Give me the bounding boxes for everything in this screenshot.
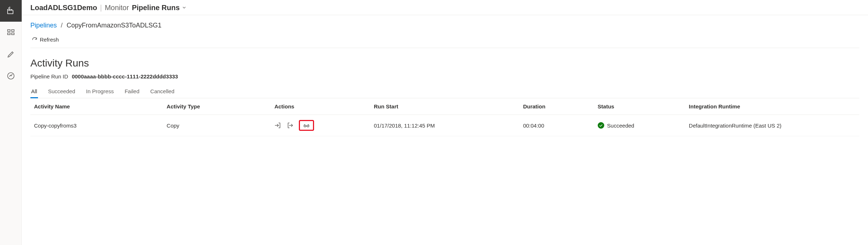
- nav-overview-icon[interactable]: [0, 22, 22, 43]
- topbar-subsection-dropdown[interactable]: Pipeline Runs: [132, 4, 187, 12]
- input-icon[interactable]: [274, 122, 281, 129]
- main-content: LoadADLSG1Demo | Monitor Pipeline Runs P…: [22, 0, 868, 245]
- topbar: LoadADLSG1Demo | Monitor Pipeline Runs: [22, 0, 868, 15]
- tab-failed[interactable]: Failed: [124, 86, 140, 98]
- cell-run-start: 01/17/2018, 11:12:45 PM: [370, 115, 519, 136]
- col-integration-runtime[interactable]: Integration Runtime: [685, 98, 859, 115]
- success-check-icon: [598, 122, 604, 129]
- resource-name: LoadADLSG1Demo: [30, 4, 97, 12]
- svg-rect-1: [12, 30, 14, 31]
- pipeline-run-id: Pipeline Run ID 0000aaaa-bbbb-cccc-1111-…: [30, 73, 859, 79]
- table-row[interactable]: Copy-copyfroms3 Copy: [30, 115, 859, 136]
- run-id-label: Pipeline Run ID: [30, 73, 68, 79]
- breadcrumb: Pipelines / CopyFromAmazonS3ToADLSG1: [30, 22, 859, 29]
- svg-rect-2: [8, 33, 10, 35]
- refresh-label: Refresh: [40, 36, 59, 43]
- col-actions[interactable]: Actions: [271, 98, 370, 115]
- status-filter-tabs: All Succeeded In Progress Failed Cancell…: [30, 86, 859, 98]
- nav-author-icon[interactable]: [0, 43, 22, 65]
- svg-rect-3: [12, 33, 14, 35]
- details-highlight: [299, 120, 314, 131]
- chevron-down-icon: [182, 5, 187, 10]
- cell-activity-name: Copy-copyfroms3: [30, 115, 163, 136]
- cell-activity-type: Copy: [163, 115, 271, 136]
- nav-monitor-icon[interactable]: [0, 65, 22, 87]
- topbar-divider: |: [100, 4, 102, 12]
- breadcrumb-root-link[interactable]: Pipelines: [30, 22, 57, 29]
- left-nav-rail: [0, 0, 22, 245]
- activity-runs-table: Activity Name Activity Type Actions Run …: [30, 98, 859, 136]
- col-activity-name[interactable]: Activity Name: [30, 98, 163, 115]
- tab-succeeded[interactable]: Succeeded: [47, 86, 76, 98]
- breadcrumb-current: CopyFromAmazonS3ToADLSG1: [67, 22, 161, 29]
- topbar-subsection-label: Pipeline Runs: [132, 4, 179, 12]
- col-run-start[interactable]: Run Start: [370, 98, 519, 115]
- cell-integration-runtime: DefaultIntegrationRuntime (East US 2): [685, 115, 859, 136]
- run-id-value: 0000aaaa-bbbb-cccc-1111-2222dddd3333: [72, 73, 178, 79]
- refresh-icon: [32, 37, 38, 43]
- col-duration[interactable]: Duration: [520, 98, 594, 115]
- refresh-button[interactable]: Refresh: [30, 34, 859, 48]
- nav-data-factory-icon[interactable]: [0, 0, 22, 22]
- table-header-row: Activity Name Activity Type Actions Run …: [30, 98, 859, 115]
- col-status[interactable]: Status: [594, 98, 685, 115]
- glasses-details-icon[interactable]: [303, 122, 310, 129]
- topbar-section: Monitor: [105, 4, 129, 12]
- cell-duration: 00:04:00: [520, 115, 594, 136]
- tab-in-progress[interactable]: In Progress: [85, 86, 115, 98]
- tab-all[interactable]: All: [30, 86, 38, 98]
- tab-cancelled[interactable]: Cancelled: [149, 86, 175, 98]
- breadcrumb-separator: /: [59, 22, 65, 29]
- status-text: Succeeded: [607, 122, 634, 129]
- svg-rect-0: [8, 30, 10, 31]
- cell-actions: [271, 115, 370, 136]
- col-activity-type[interactable]: Activity Type: [163, 98, 271, 115]
- cell-status: Succeeded: [594, 115, 685, 136]
- page-title: Activity Runs: [30, 57, 859, 69]
- output-icon[interactable]: [287, 122, 294, 129]
